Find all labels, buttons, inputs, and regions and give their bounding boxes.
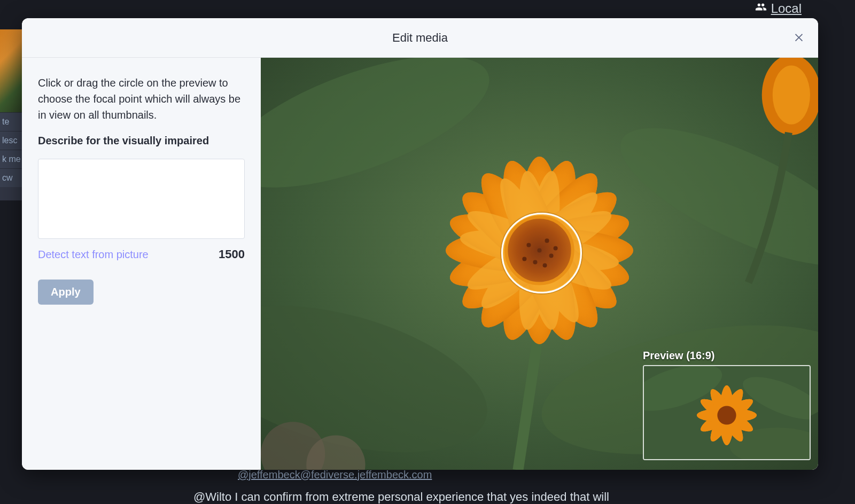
preview-thumbnail-box: Preview (16:9) — [643, 350, 809, 460]
status-handle-link[interactable]: @jeffembeck@fediverse.jeffembeck.com — [238, 469, 432, 481]
nav-link-local-label: Local — [771, 1, 802, 16]
modal-header: Edit media — [22, 18, 818, 58]
group-icon — [755, 1, 767, 16]
char-counter: 1500 — [219, 247, 245, 261]
modal-title: Edit media — [392, 31, 448, 45]
description-label: Describe for the visually impaired — [38, 135, 245, 147]
apply-button[interactable]: Apply — [38, 280, 94, 305]
focal-point-hint: Click or drag the circle on the preview … — [38, 75, 245, 123]
focal-point-handle[interactable] — [501, 213, 582, 293]
svg-point-62 — [717, 406, 736, 424]
preview-thumbnail — [643, 365, 811, 460]
nav-link-local[interactable]: Local — [755, 1, 802, 16]
svg-point-8 — [773, 65, 810, 124]
edit-media-modal: Edit media Click or drag the circle on t… — [22, 18, 818, 470]
preview-caption: Preview (16:9) — [643, 350, 809, 362]
status-body-fragment: @Wilto I can confirm from extreme person… — [193, 490, 609, 504]
close-icon — [793, 31, 805, 45]
description-input[interactable] — [38, 159, 245, 239]
close-button[interactable] — [789, 28, 809, 48]
detect-text-link[interactable]: Detect text from picture — [38, 249, 149, 261]
focal-point-preview[interactable]: Preview (16:9) — [261, 58, 818, 470]
edit-media-sidebar: Click or drag the circle on the preview … — [22, 58, 261, 470]
